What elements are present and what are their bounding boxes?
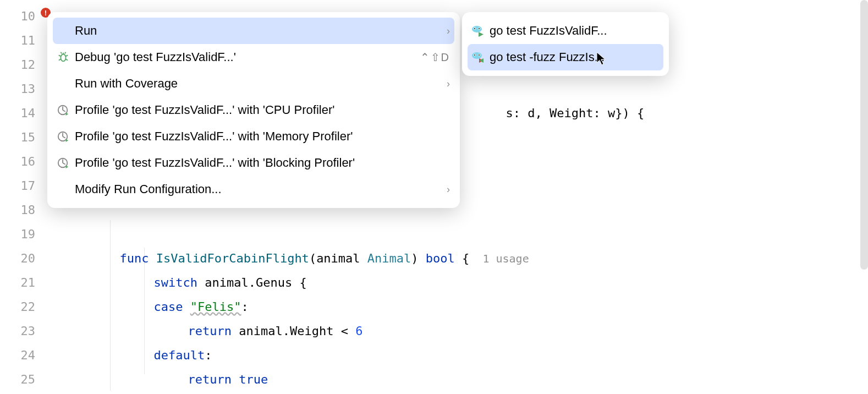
context-menu: Run›Debug 'go test FuzzIsValidF...'⌃⇧DRu…: [47, 12, 460, 208]
svg-line-6: [61, 52, 62, 54]
line-number: 15: [0, 125, 39, 150]
code-line-13: s: d, Weight: w}) {: [462, 77, 644, 101]
line-number: 11: [0, 29, 39, 53]
usage-hint: 1 usage: [469, 252, 529, 265]
menu-item-label: Run with Coverage: [75, 76, 447, 91]
run-submenu: go test FuzzIsValidF...go test -fuzz Fuz…: [462, 12, 669, 76]
line-number: 20: [0, 247, 39, 271]
chevron-right-icon: ›: [447, 184, 450, 195]
line-number: 13: [0, 77, 39, 101]
code-line-19: func IsValidForCabinFlight(animal Animal…: [76, 222, 529, 247]
svg-point-14: [474, 28, 475, 29]
chevron-right-icon: ›: [447, 78, 450, 90]
svg-line-5: [66, 59, 68, 61]
menu-item-label: Profile 'go test FuzzIsValidF...' with '…: [75, 156, 450, 170]
svg-point-0: [61, 54, 65, 62]
bug-icon: [55, 51, 72, 63]
svg-point-16: [472, 52, 482, 59]
line-number: 16: [0, 150, 39, 174]
line-number: 21: [0, 271, 39, 295]
code-line-20: switch animal.Genus {: [110, 247, 307, 271]
svg-line-2: [59, 55, 61, 56]
go-fuzz-icon: [470, 51, 486, 64]
menu-item-label: Debug 'go test FuzzIsValidF...': [75, 50, 420, 64]
svg-line-7: [65, 52, 66, 54]
line-number: 14: [0, 101, 39, 125]
line-number: 23: [0, 319, 39, 343]
line-number: 18: [0, 198, 39, 222]
menu-item-5[interactable]: Profile 'go test FuzzIsValidF...' with '…: [47, 150, 460, 176]
menu-item-label: Profile 'go test FuzzIsValidF...' with '…: [75, 103, 450, 117]
menu-item-label: Profile 'go test FuzzIsValidF...' with '…: [75, 129, 450, 144]
menu-item-label: Modify Run Configuration...: [75, 182, 447, 196]
code-line-24: return true: [144, 343, 268, 368]
menu-item-2[interactable]: Run with Coverage›: [47, 70, 460, 97]
code-line-21: case "Felis":: [110, 271, 249, 295]
menu-item-1[interactable]: Debug 'go test FuzzIsValidF...'⌃⇧D: [47, 44, 460, 70]
line-number: 10: [0, 4, 39, 29]
menu-item-0[interactable]: Run›: [53, 18, 454, 44]
line-number: 24: [0, 343, 39, 368]
profile-icon: [55, 130, 72, 143]
submenu-item-label: go test FuzzIsValidF...: [490, 24, 659, 38]
svg-point-15: [479, 28, 480, 29]
go-test-icon: [470, 24, 486, 37]
line-number: 17: [0, 174, 39, 198]
line-number: 22: [0, 295, 39, 319]
code-line-23: default:: [110, 319, 212, 343]
line-number: 19: [0, 222, 39, 247]
svg-line-4: [59, 59, 61, 61]
submenu-item-0[interactable]: go test FuzzIsValidF...: [462, 18, 669, 44]
line-number: 25: [0, 368, 39, 392]
chevron-right-icon: ›: [447, 25, 450, 37]
menu-item-3[interactable]: Profile 'go test FuzzIsValidF...' with '…: [47, 97, 460, 123]
profile-icon: [55, 104, 72, 116]
svg-point-20: [479, 54, 480, 56]
menu-item-6[interactable]: Modify Run Configuration...›: [47, 176, 460, 203]
svg-point-11: [472, 26, 482, 32]
submenu-item-1[interactable]: go test -fuzz FuzzIs...: [468, 44, 663, 70]
line-number: 12: [0, 53, 39, 77]
profile-icon: [55, 157, 72, 169]
scrollbar[interactable]: [860, 0, 868, 270]
menu-shortcut: ⌃⇧D: [420, 51, 450, 64]
gutter: 10111213141516171819202122232425: [0, 0, 39, 394]
menu-item-label: Run: [75, 24, 447, 38]
svg-line-3: [66, 55, 68, 56]
svg-point-19: [474, 54, 475, 56]
submenu-item-label: go test -fuzz FuzzIs...: [490, 50, 659, 64]
code-line-22: return animal.Weight < 6: [144, 295, 362, 319]
menu-item-4[interactable]: Profile 'go test FuzzIsValidF...' with '…: [47, 123, 460, 150]
code-line-25: }: [110, 368, 161, 392]
